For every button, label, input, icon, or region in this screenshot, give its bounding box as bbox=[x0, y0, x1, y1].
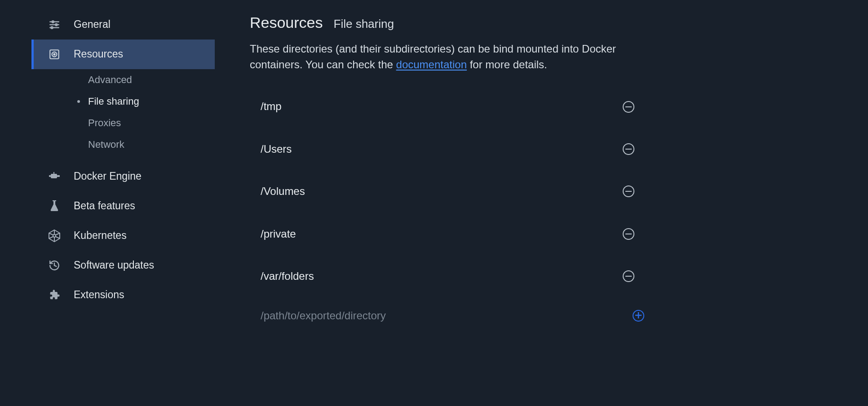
svg-point-15 bbox=[53, 234, 56, 237]
page-description: These directories (and their subdirector… bbox=[250, 41, 623, 73]
sidebar-item-label: Beta features bbox=[74, 199, 135, 213]
svg-line-17 bbox=[56, 233, 60, 235]
svg-line-23 bbox=[54, 265, 56, 266]
flask-icon bbox=[48, 199, 61, 213]
kubernetes-icon bbox=[48, 229, 61, 243]
svg-rect-9 bbox=[51, 174, 57, 178]
sidebar-subitem-label: File sharing bbox=[88, 95, 139, 108]
svg-rect-12 bbox=[53, 172, 54, 174]
page-heading: Resources File sharing bbox=[250, 13, 808, 33]
minus-circle-icon bbox=[625, 149, 632, 150]
directory-path: /tmp bbox=[261, 99, 282, 114]
svg-line-20 bbox=[49, 237, 53, 238]
svg-rect-26 bbox=[625, 191, 632, 192]
sidebar-item-label: Software updates bbox=[74, 258, 154, 272]
svg-line-21 bbox=[49, 233, 53, 235]
sidebar-item-general[interactable]: General bbox=[31, 10, 215, 40]
settings-sidebar: General Resources Advanced File sharing … bbox=[0, 0, 215, 406]
sidebar-item-docker-engine[interactable]: Docker Engine bbox=[31, 162, 215, 191]
sidebar-subitem-proxies[interactable]: Proxies bbox=[31, 112, 215, 134]
remove-directory-button[interactable] bbox=[623, 143, 634, 155]
bullet-icon bbox=[77, 100, 80, 103]
minus-circle-icon bbox=[625, 276, 632, 277]
svg-rect-25 bbox=[625, 149, 632, 150]
description-text-post: for more details. bbox=[467, 58, 547, 71]
puzzle-icon bbox=[48, 288, 61, 302]
remove-directory-button[interactable] bbox=[623, 185, 634, 197]
minus-circle-icon bbox=[625, 106, 632, 107]
sidebar-subitem-label: Advanced bbox=[88, 73, 132, 87]
svg-rect-10 bbox=[49, 175, 51, 177]
remove-directory-button[interactable] bbox=[623, 101, 634, 113]
disk-icon bbox=[48, 48, 61, 61]
svg-point-8 bbox=[53, 53, 55, 55]
sidebar-subitem-network[interactable]: Network bbox=[31, 134, 215, 155]
minus-circle-icon bbox=[625, 191, 632, 192]
add-directory-input[interactable] bbox=[261, 309, 615, 322]
page-title: Resources bbox=[250, 13, 323, 33]
sidebar-item-label: Resources bbox=[74, 47, 123, 61]
sidebar-item-software-updates[interactable]: Software updates bbox=[31, 251, 215, 280]
svg-point-3 bbox=[55, 24, 57, 26]
sidebar-item-label: Kubernetes bbox=[74, 229, 127, 243]
svg-rect-11 bbox=[57, 175, 60, 177]
directory-row: /tmp bbox=[250, 94, 645, 119]
main-panel: Resources File sharing These directories… bbox=[215, 0, 835, 406]
history-icon bbox=[48, 259, 61, 272]
directory-path: /Users bbox=[261, 142, 292, 156]
remove-directory-button[interactable] bbox=[623, 270, 634, 282]
sidebar-subitem-file-sharing[interactable]: File sharing bbox=[31, 91, 215, 112]
directory-row: /Volumes bbox=[250, 179, 645, 204]
sidebar-item-extensions[interactable]: Extensions bbox=[31, 280, 215, 310]
page-subtitle: File sharing bbox=[334, 16, 394, 32]
add-directory-button[interactable] bbox=[633, 310, 644, 322]
svg-point-5 bbox=[51, 26, 53, 28]
svg-rect-28 bbox=[625, 276, 632, 277]
sidebar-item-label: Docker Engine bbox=[74, 169, 142, 183]
sidebar-item-beta-features[interactable]: Beta features bbox=[31, 191, 215, 221]
sidebar-item-kubernetes[interactable]: Kubernetes bbox=[31, 221, 215, 251]
sidebar-subitem-advanced[interactable]: Advanced bbox=[31, 69, 215, 91]
svg-rect-27 bbox=[625, 234, 632, 234]
remove-directory-button[interactable] bbox=[623, 228, 634, 240]
directory-path: /var/folders bbox=[261, 269, 314, 283]
engine-icon bbox=[48, 170, 61, 183]
add-directory-row bbox=[250, 306, 645, 326]
minus-circle-icon bbox=[625, 234, 632, 234]
sliders-icon bbox=[48, 18, 61, 31]
directory-path: /Volumes bbox=[261, 184, 305, 199]
directory-row: /var/folders bbox=[250, 264, 645, 289]
directory-row: /Users bbox=[250, 137, 645, 162]
directories-list: /tmp /Users /Volumes bbox=[250, 94, 645, 326]
plus-circle-icon bbox=[635, 312, 642, 320]
svg-rect-24 bbox=[625, 106, 632, 107]
sidebar-item-label: General bbox=[74, 18, 111, 31]
svg-point-1 bbox=[52, 21, 54, 22]
sidebar-subitem-label: Proxies bbox=[88, 116, 121, 130]
documentation-link[interactable]: documentation bbox=[396, 58, 467, 71]
sidebar-item-resources[interactable]: Resources bbox=[31, 40, 215, 69]
directory-path: /private bbox=[261, 227, 296, 241]
directory-row: /private bbox=[250, 221, 645, 247]
svg-line-18 bbox=[56, 237, 60, 238]
sidebar-item-label: Extensions bbox=[74, 288, 124, 302]
svg-rect-13 bbox=[53, 200, 56, 201]
sidebar-subitem-label: Network bbox=[88, 138, 124, 151]
